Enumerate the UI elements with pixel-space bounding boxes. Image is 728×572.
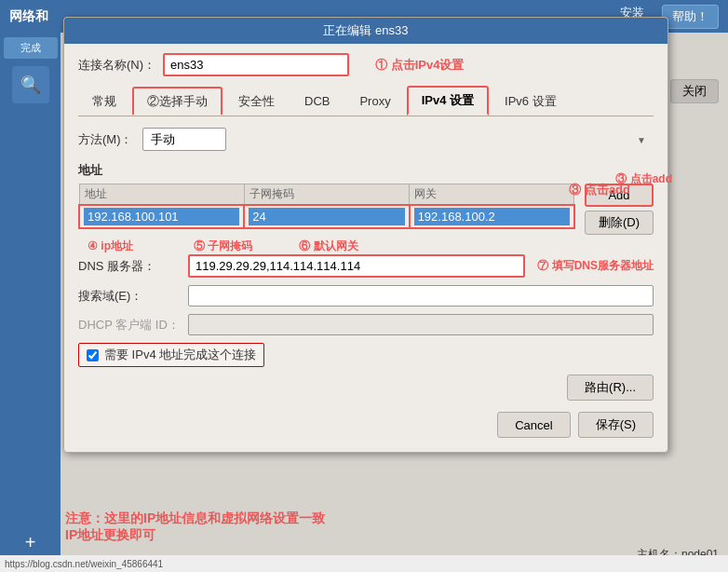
help-button[interactable]: 帮助！ [662, 5, 719, 29]
delete-button[interactable]: 删除(D) [585, 211, 654, 235]
app-title: 网络和 [9, 8, 48, 25]
addr-subnet-cell [244, 205, 409, 228]
addr-table-row [79, 205, 574, 228]
method-select[interactable]: 手动 自动(DHCP) 仅链路本地 仅本地 共享 禁用 [142, 128, 226, 151]
annotation-gateway-label: ⑥ 默认网关 [299, 238, 357, 254]
annotation-add-label: ③ 点击add [615, 171, 672, 187]
annotation-subnet-label: ⑤ 子网掩码 [194, 238, 252, 254]
method-row: 方法(M)： 手动 自动(DHCP) 仅链路本地 仅本地 共享 禁用 [78, 128, 654, 151]
addr-col-subnet: 子网掩码 [244, 184, 409, 206]
dns-input[interactable] [188, 254, 525, 278]
dhcp-client-field: DHCP 客户端 ID： [78, 314, 654, 335]
search-domain-label: 搜索域(E)： [78, 288, 181, 305]
require-ipv4-row: 需要 IPv4 地址完成这个连接 [78, 343, 264, 367]
cancel-button[interactable]: Cancel [497, 412, 570, 438]
edit-dialog: 正在编辑 ens33 连接名称(N)： ① 点击IPv4设置 常规 ②选择手动 … [63, 17, 668, 453]
save-button[interactable]: 保存(S) [578, 412, 654, 438]
url-bar: https://blog.csdn.net/weixin_45866441 [0, 555, 728, 572]
tab-ipv6[interactable]: IPv6 设置 [491, 88, 571, 115]
sidebar-complete: 完成 [4, 37, 58, 59]
method-label: 方法(M)： [78, 131, 133, 148]
dns-field: DNS 服务器： ⑦ 填写DNS服务器地址 [78, 254, 654, 278]
addr-left: 地址 子网掩码 网关 [78, 184, 575, 254]
route-button[interactable]: 路由(R)... [567, 375, 654, 401]
tab-security[interactable]: 安全性 [224, 88, 289, 115]
addr-row-wrapper: 地址 子网掩码 网关 [78, 184, 654, 254]
conn-name-input[interactable] [163, 53, 349, 76]
addr-table: 地址 子网掩码 网关 [78, 184, 575, 229]
method-select-wrapper: 手动 自动(DHCP) 仅链路本地 仅本地 共享 禁用 [142, 128, 654, 151]
sidebar-search-icon[interactable]: 🔍 [12, 66, 49, 103]
dialog-body: 连接名称(N)： ① 点击IPv4设置 常规 ②选择手动 安全性 DCB Pro… [64, 44, 667, 452]
dialog-footer: Cancel 保存(S) [78, 412, 654, 438]
dhcp-client-input [188, 314, 654, 335]
conn-name-label: 连接名称(N)： [78, 57, 155, 74]
close-button[interactable]: 关闭 [670, 79, 719, 103]
addr-col-gateway: 网关 [410, 184, 574, 206]
addr-ip-cell [79, 205, 244, 228]
sidebar-add-button[interactable]: + [25, 532, 36, 553]
conn-name-row: 连接名称(N)： ① 点击IPv4设置 [78, 53, 654, 76]
tab-ipv4[interactable]: IPv4 设置 [407, 86, 489, 116]
require-ipv4-label: 需要 IPv4 地址完成这个连接 [104, 347, 256, 363]
addr-gateway-cell [410, 205, 574, 228]
tab-proxy[interactable]: Proxy [345, 89, 404, 113]
tab-general[interactable]: 常规 [78, 88, 130, 115]
sidebar: 完成 🔍 + [0, 33, 61, 572]
route-row: 路由(R)... [78, 375, 654, 401]
addr-subnet-input[interactable] [249, 208, 404, 225]
search-domain-field: 搜索域(E)： [78, 285, 654, 306]
addr-ip-input[interactable] [84, 208, 239, 225]
annotation-ip-label: ④ ip地址 [88, 238, 133, 254]
addr-gateway-input[interactable] [414, 208, 570, 225]
tabs-row: 常规 ②选择手动 安全性 DCB Proxy IPv4 设置 IPv6 设置 [78, 86, 654, 116]
annotation-dns-label: ⑦ 填写DNS服务器地址 [537, 258, 654, 274]
addr-section-label: 地址 [78, 162, 654, 179]
tab-dcb[interactable]: DCB [290, 89, 344, 113]
annotation-ipv4-label: ① 点击IPv4设置 [375, 57, 464, 74]
dhcp-client-label: DHCP 客户端 ID： [78, 317, 181, 334]
addr-buttons: Add 删除(D) ③ 点击add [585, 184, 654, 235]
require-ipv4-checkbox[interactable] [87, 349, 99, 361]
addr-col-ip: 地址 [79, 184, 244, 206]
addr-annotations: ④ ip地址 ⑤ 子网掩码 ⑥ 默认网关 [78, 238, 575, 254]
search-domain-input[interactable] [188, 285, 654, 306]
tab-manual[interactable]: ②选择手动 [132, 87, 222, 115]
dialog-titlebar: 正在编辑 ens33 [64, 18, 667, 44]
dns-label: DNS 服务器： [78, 258, 181, 275]
